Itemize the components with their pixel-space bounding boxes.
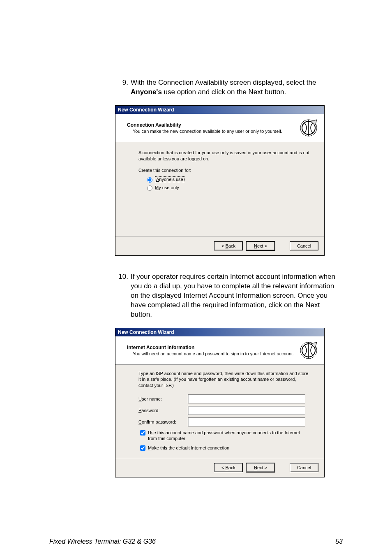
cancel-button[interactable]: Cancel	[290, 241, 318, 250]
radio-anyones-use[interactable]: Anyone's use	[145, 176, 309, 183]
next-button[interactable]: Next >	[246, 463, 275, 472]
step-10-number: 10.	[115, 272, 131, 320]
wizard1-titlebar: New Connection Wizard	[115, 106, 324, 114]
wizard1-footer: < Back Next > Cancel	[115, 236, 324, 255]
password-row: Password:	[138, 406, 309, 415]
cancel-button[interactable]: Cancel	[290, 463, 318, 472]
radio-anyones-use-label: Anyone's use	[155, 176, 184, 182]
footer-page-number: 53	[335, 538, 343, 545]
step-10: 10. If your operator requires certain In…	[115, 272, 343, 320]
network-wizard-icon	[300, 119, 318, 137]
step-9-text-post: use option and click on the Next button.	[162, 88, 286, 96]
step-9: 9. With the Connection Availability scre…	[115, 78, 343, 97]
wizard2-header-title: Internet Account Information	[127, 345, 300, 350]
step-9-bold: Anyone's	[131, 88, 162, 96]
wizard-connection-availability: New Connection Wizard Connection Availab…	[115, 105, 325, 256]
step-9-text: With the Connection Availability screen …	[131, 78, 343, 97]
confirm-password-label: Confirm password:	[138, 419, 188, 424]
make-default-connection-label: Make this the default Internet connectio…	[148, 445, 229, 451]
radio-my-use-only-label: My use only	[155, 185, 179, 190]
step-9-number: 9.	[115, 78, 131, 97]
use-account-for-anyone-label: Use this account name and password when …	[148, 430, 309, 442]
footer-left: Fixed Wireless Terminal: G32 & G36	[49, 538, 156, 545]
radio-anyones-use-input[interactable]	[147, 177, 152, 183]
wizard1-header-title: Connection Availability	[127, 122, 300, 128]
use-account-for-anyone-checkbox[interactable]	[140, 430, 145, 436]
step-10-text: If your operator requires certain Intern…	[131, 272, 343, 320]
use-account-for-anyone-row[interactable]: Use this account name and password when …	[138, 430, 309, 442]
wizard2-body: Type an ISP account name and password, t…	[115, 365, 324, 458]
wizard1-body: A connection that is created for your us…	[115, 142, 324, 236]
make-default-connection-row[interactable]: Make this the default Internet connectio…	[138, 445, 309, 452]
wizard2-header-sub: You will need an account name and passwo…	[127, 351, 300, 356]
page-footer: Fixed Wireless Terminal: G32 & G36 53	[49, 538, 343, 545]
wizard2-intro: Type an ISP account name and password, t…	[138, 371, 309, 389]
wizard1-group-label: Create this connection for:	[138, 168, 309, 173]
wizard-internet-account-information: New Connection Wizard Internet Account I…	[115, 328, 325, 477]
next-button[interactable]: Next >	[246, 241, 275, 250]
radio-my-use-only[interactable]: My use only	[145, 184, 309, 191]
back-button[interactable]: < Back	[214, 241, 243, 250]
network-wizard-icon	[300, 341, 318, 359]
wizard2-footer: < Back Next > Cancel	[115, 458, 324, 477]
step-9-text-pre: With the Connection Availability screen …	[131, 79, 316, 86]
username-label: User name:	[138, 396, 188, 401]
wizard1-intro: A connection that is created for your us…	[138, 150, 309, 162]
wizard1-header-sub: You can make the new connection availabl…	[127, 129, 300, 134]
wizard1-header: Connection Availability You can make the…	[115, 114, 324, 142]
confirm-password-row: Confirm password:	[138, 417, 309, 426]
confirm-password-field[interactable]	[188, 417, 305, 426]
back-button[interactable]: < Back	[214, 463, 243, 472]
password-label: Password:	[138, 408, 188, 413]
username-field[interactable]	[188, 394, 305, 403]
radio-my-use-only-input[interactable]	[147, 185, 152, 191]
wizard2-titlebar: New Connection Wizard	[115, 328, 324, 336]
wizard2-header: Internet Account Information You will ne…	[115, 336, 324, 365]
username-row: User name:	[138, 394, 309, 403]
make-default-connection-checkbox[interactable]	[140, 445, 145, 451]
password-field[interactable]	[188, 406, 305, 415]
